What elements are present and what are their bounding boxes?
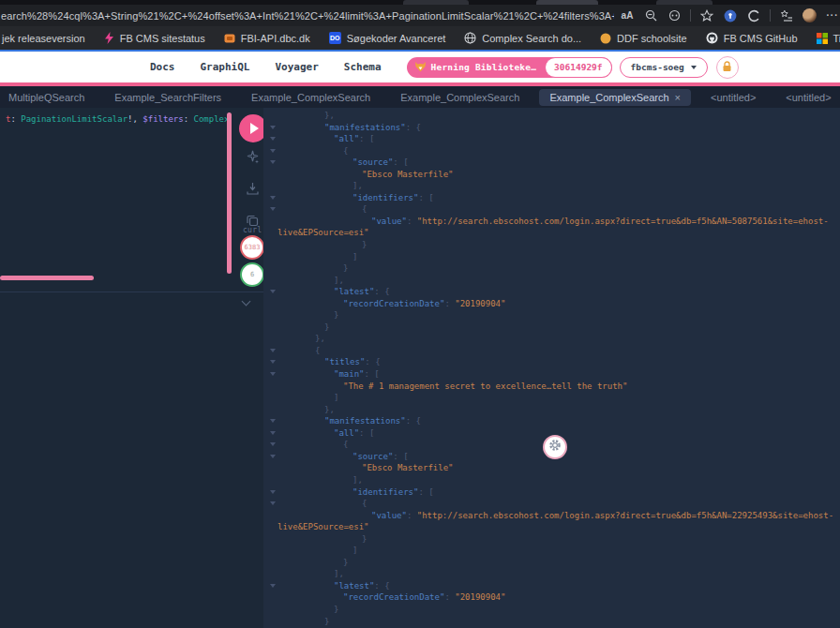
- json-string: "http://search.ebscohost.com/login.aspx?…: [417, 217, 829, 226]
- response-viewer[interactable]: },"manifestations": {"all": [{"source": …: [263, 108, 840, 628]
- fold-arrow-icon[interactable]: [270, 490, 276, 494]
- json-punctuation: ],: [352, 181, 363, 190]
- url-input[interactable]: earch%28%24cql%3A+String%21%2C+%24offset…: [0, 10, 614, 22]
- collections-icon[interactable]: [779, 8, 794, 23]
- json-line: "manifestations": {: [263, 415, 840, 427]
- fold-arrow-icon[interactable]: [270, 419, 276, 423]
- fold-arrow-icon[interactable]: [270, 455, 276, 458]
- bookmark-item[interactable]: FB CMS GitHub: [706, 32, 798, 44]
- query-tab-active[interactable]: Example_ComplexSearch×: [539, 89, 691, 106]
- fold-arrow-icon[interactable]: [270, 501, 276, 505]
- nav-docs[interactable]: Docs: [150, 61, 175, 73]
- profile-avatar[interactable]: [802, 8, 817, 22]
- fold-arrow-icon[interactable]: [270, 584, 276, 588]
- time-badge[interactable]: 6: [240, 262, 264, 287]
- json-line: {: [263, 498, 840, 510]
- json-punctuation: :: [407, 217, 417, 226]
- query-tab-bar: MultipleQSearchExample_SearchFiltersExam…: [0, 86, 840, 108]
- fold-arrow-icon[interactable]: [270, 137, 276, 141]
- curl-label[interactable]: curl: [243, 226, 262, 234]
- bookmark-item[interactable]: DDF schoolsite: [600, 33, 687, 44]
- fold-arrow-icon[interactable]: [270, 431, 276, 435]
- query-tab[interactable]: Example_SearchFilters: [104, 89, 232, 106]
- json-line: ]: [263, 251, 840, 263]
- json-key: "recordCreationDate": [343, 592, 444, 602]
- json-punctuation: ],: [334, 569, 344, 578]
- editor-toolbar: curl 6383 6: [231, 108, 263, 628]
- bookmark-label: jek releaseversion: [2, 33, 85, 44]
- fold-arrow-icon[interactable]: [270, 442, 276, 446]
- code-token: PaginationLimitScalar: [21, 114, 128, 124]
- json-punctuation: : {: [365, 357, 380, 366]
- prettify-icon[interactable]: [246, 150, 261, 165]
- fold-arrow-icon[interactable]: [270, 149, 276, 153]
- settings-fab-button[interactable]: [543, 435, 567, 459]
- fold-arrow-icon[interactable]: [270, 160, 276, 164]
- ellipsis-menu-icon[interactable]: ···: [825, 8, 840, 23]
- bookmark-item[interactable]: FB CMS sitestatus: [104, 32, 205, 44]
- fold-arrow-icon[interactable]: [270, 290, 276, 293]
- json-line: "manifestations": {: [263, 122, 840, 134]
- nav-schema[interactable]: Schema: [344, 61, 382, 73]
- gear-icon: [548, 439, 562, 456]
- json-punctuation: {: [343, 146, 348, 156]
- environment-select[interactable]: fbcms-soeg: [620, 57, 708, 78]
- query-editor[interactable]: t: PaginationLimitScalar!, $filters: Com…: [0, 108, 263, 628]
- bookmark-label: FBI-API.dbc.dk: [241, 33, 310, 44]
- translate-icon[interactable]: aA: [620, 8, 635, 23]
- nav-graphiql[interactable]: GraphiQL: [201, 61, 250, 73]
- query-tab[interactable]: <untitled>: [700, 89, 766, 106]
- bookmark-item[interactable]: DOSøgekoder Avanceret: [329, 32, 446, 44]
- extension-ring-icon[interactable]: [746, 8, 761, 23]
- query-tab[interactable]: MultipleQSearch: [0, 89, 95, 106]
- bookmark-item[interactable]: Tilmeldte biblioteke...: [817, 33, 840, 44]
- editor-horizontal-scrollbar[interactable]: [0, 276, 94, 280]
- json-line: }: [263, 262, 840, 275]
- environment-value: fbcms-soeg: [631, 62, 684, 72]
- json-line: "recordCreationDate": "20190904": [263, 591, 840, 604]
- query-tab[interactable]: <untitled>: [775, 89, 840, 106]
- tab-close-icon[interactable]: ×: [675, 92, 681, 103]
- json-punctuation: : [: [393, 452, 408, 461]
- json-line: "value": "http://search.ebscohost.com/lo…: [263, 216, 840, 228]
- query-code-line: t: PaginationLimitScalar!, $filters: Com…: [6, 113, 227, 125]
- bookmark-item[interactable]: jek releaseversion: [2, 33, 85, 44]
- zoom-out-icon[interactable]: [643, 8, 658, 23]
- lock-icon: [722, 58, 732, 76]
- json-line: }: [263, 533, 840, 546]
- merge-fragments-icon[interactable]: [246, 182, 261, 197]
- json-punctuation: : [: [365, 369, 380, 379]
- nav-voyager[interactable]: Voyager: [275, 61, 318, 73]
- json-key: "all": [334, 428, 359, 438]
- json-line: "identifiers": [: [263, 192, 840, 204]
- favorite-star-icon[interactable]: [699, 8, 714, 23]
- json-line: "Ebsco Masterfile": [263, 462, 840, 474]
- password-extension-icon[interactable]: [723, 8, 738, 23]
- result-count-badge[interactable]: 6383: [240, 235, 264, 260]
- profile-pill[interactable]: Herning Biblioteke… 30614929f: [407, 57, 612, 78]
- fold-arrow-icon[interactable]: [270, 372, 276, 376]
- json-key: "manifestations": [324, 123, 406, 132]
- ms-squares-favicon-icon: [817, 33, 828, 44]
- fold-arrow-icon[interactable]: [270, 196, 276, 200]
- json-line: "identifiers": [: [263, 486, 840, 499]
- fold-arrow-icon[interactable]: [270, 126, 276, 129]
- query-tab[interactable]: Example_ComplexSearch: [241, 89, 381, 106]
- json-punctuation: : [: [359, 428, 374, 438]
- json-line: "latest": {: [263, 286, 840, 298]
- fold-arrow-icon[interactable]: [270, 360, 276, 364]
- json-punctuation: :: [444, 592, 455, 602]
- browser-essentials-icon[interactable]: [667, 8, 682, 23]
- fold-arrow-icon[interactable]: [270, 207, 276, 211]
- bookmark-item[interactable]: Complex Search do...: [464, 32, 581, 44]
- bookmark-item[interactable]: FBI-API.dbc.dk: [224, 33, 310, 44]
- json-line: },: [263, 404, 840, 416]
- auth-lock-button[interactable]: [716, 56, 739, 79]
- fold-arrow-icon[interactable]: [270, 349, 276, 352]
- query-tab[interactable]: Example_ComplexSearch: [390, 89, 530, 106]
- json-punctuation: : {: [406, 416, 421, 426]
- json-line: }: [263, 604, 840, 616]
- json-punctuation: : {: [406, 123, 421, 132]
- json-punctuation: }: [343, 558, 348, 567]
- agency-badge: 30614929f: [545, 57, 611, 78]
